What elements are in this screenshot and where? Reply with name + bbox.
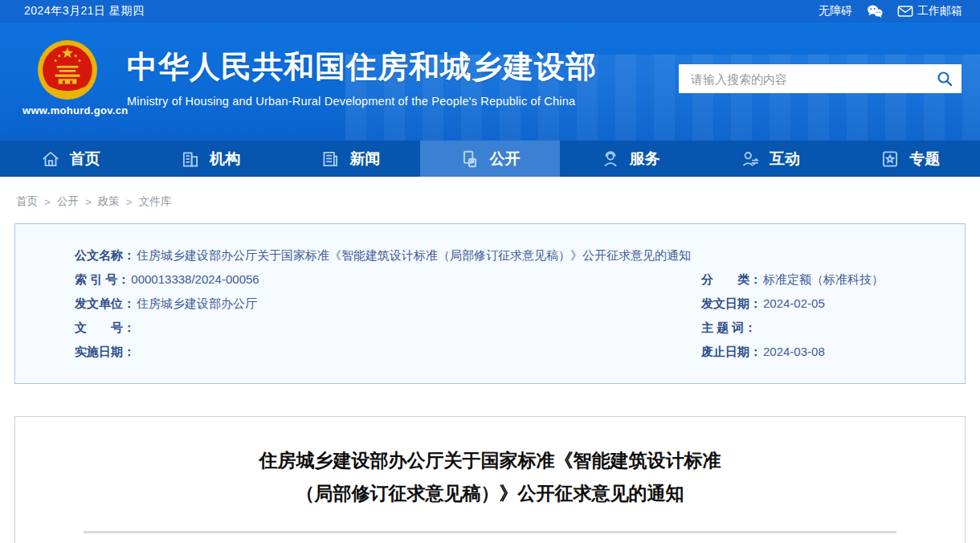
nav-label: 新闻 [349, 149, 380, 169]
doc-number-label: 文 号： [75, 316, 135, 340]
site-url: www.mohurd.gov.cn [22, 104, 112, 116]
work-email-link[interactable]: 工作邮箱 [897, 4, 962, 18]
doc-name-label: 公文名称： [75, 243, 135, 267]
nav-item-organization[interactable]: 机构 [140, 141, 280, 177]
site-brand: www.mohurd.gov.cn 中华人民共和国住房和城乡建设部 Minist… [22, 37, 597, 116]
site-title-en: Ministry of Housing and Urban-Rural Deve… [127, 95, 597, 108]
nav-label: 公开 [489, 149, 520, 169]
issue-date-value: 2024-02-05 [762, 292, 825, 316]
national-emblem [38, 40, 97, 100]
meta-row: 实施日期： 废止日期： 2024-03-08 [75, 340, 933, 364]
nav-label: 首页 [70, 149, 100, 169]
top-bar: 2024年3月21日 星期四 无障碍 [0, 0, 980, 22]
issue-date-label: 发文日期： [701, 292, 762, 316]
site-header: www.mohurd.gov.cn 中华人民共和国住房和城乡建设部 Minist… [0, 22, 980, 141]
category-label: 分 类： [701, 267, 762, 292]
meta-row: 发文单位： 住房城乡建设部办公厅 发文日期： 2024-02-05 [75, 292, 933, 316]
article-title-line2: （局部修订征求意见稿）》公开征求意见的通知 [15, 477, 965, 510]
doc-name-value: 住房城乡建设部办公厅关于国家标准《智能建筑设计标准（局部修订征求意见稿）》公开征… [135, 243, 691, 267]
abolition-date-value: 2024-03-08 [762, 340, 825, 364]
nav-item-service[interactable]: 服务 [560, 141, 700, 177]
search-icon [936, 70, 953, 88]
implementation-date-label: 实施日期： [75, 340, 135, 364]
subject-words-value [756, 316, 757, 340]
article-title-line1: 住房城乡建设部办公厅关于国家标准《智能建筑设计标准 [15, 444, 965, 477]
nav-item-disclosure[interactable]: 公开 [420, 141, 560, 177]
site-title-cn: 中华人民共和国住房和城乡建设部 [127, 47, 597, 88]
search-button[interactable] [928, 64, 962, 93]
abolition-date-label: 废止日期： [701, 340, 762, 364]
nav-label: 服务 [630, 149, 660, 169]
breadcrumb-separator: > [44, 196, 51, 208]
page: 2024年3月21日 星期四 无障碍 [0, 0, 980, 543]
issuing-unit-value: 住房城乡建设部办公厅 [135, 292, 257, 316]
breadcrumb-current: 文件库 [139, 194, 172, 209]
organization-icon [180, 149, 201, 169]
nav-label: 机构 [210, 149, 240, 169]
breadcrumb-separator: > [85, 196, 92, 208]
news-icon [320, 149, 341, 169]
meta-row: 索 引 号： 000013338/2024-00056 分 类： 标准定额（标准… [75, 267, 933, 292]
search-box [679, 64, 962, 93]
accessibility-link[interactable]: 无障碍 [819, 4, 852, 18]
title-divider [84, 531, 896, 533]
topics-icon [880, 149, 900, 169]
top-bar-links: 无障碍 [819, 3, 962, 19]
search-input[interactable] [679, 64, 928, 93]
implementation-date-value [135, 340, 137, 364]
nav-label: 专题 [909, 149, 940, 169]
issuing-unit-label: 发文单位： [75, 292, 135, 316]
nav-item-interaction[interactable]: 互动 [700, 141, 839, 177]
breadcrumb-home[interactable]: 首页 [16, 194, 38, 209]
article-box: 住房城乡建设部办公厅关于国家标准《智能建筑设计标准 （局部修订征求意见稿）》公开… [14, 416, 966, 543]
nav-label: 互动 [770, 149, 800, 169]
breadcrumb-separator: > [126, 196, 133, 208]
disclosure-icon [459, 149, 480, 169]
document-meta-box: 公文名称： 住房城乡建设部办公厅关于国家标准《智能建筑设计标准（局部修订征求意见… [14, 223, 966, 384]
breadcrumb-policy[interactable]: 政策 [98, 194, 120, 209]
nav-item-home[interactable]: 首页 [0, 141, 140, 177]
breadcrumb-disclosure[interactable]: 公开 [57, 194, 79, 209]
article-title: 住房城乡建设部办公厅关于国家标准《智能建筑设计标准 （局部修订征求意见稿）》公开… [15, 444, 965, 510]
doc-number-value [135, 316, 137, 340]
breadcrumb: 首页 > 公开 > 政策 > 文件库 [0, 177, 980, 209]
home-icon [40, 149, 61, 169]
main-nav: 首页 机构 新闻 公开 [0, 141, 980, 177]
work-email-label: 工作邮箱 [917, 4, 962, 18]
meta-row: 文 号： 主 题 词： [75, 316, 933, 340]
subject-words-label: 主 题 词： [701, 316, 756, 340]
meta-row-name: 公文名称： 住房城乡建设部办公厅关于国家标准《智能建筑设计标准（局部修订征求意见… [75, 243, 933, 267]
envelope-icon [897, 5, 913, 18]
accessibility-label: 无障碍 [819, 4, 852, 18]
index-number-value: 000013338/2024-00056 [129, 267, 259, 292]
service-icon [600, 149, 621, 169]
current-date: 2024年3月21日 星期四 [24, 4, 144, 18]
index-number-label: 索 引 号： [75, 267, 129, 292]
wechat-icon[interactable] [865, 3, 884, 19]
nav-item-topics[interactable]: 专题 [840, 141, 980, 177]
nav-item-news[interactable]: 新闻 [280, 141, 420, 177]
interaction-icon [740, 149, 761, 169]
category-value: 标准定额（标准科技） [762, 267, 884, 292]
